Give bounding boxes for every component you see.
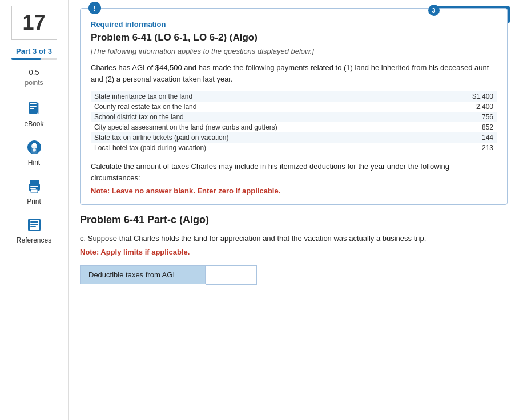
svg-rect-1: [30, 103, 37, 104]
svg-rect-15: [30, 188, 36, 189]
table-row: School district tax on the land756: [91, 112, 497, 122]
problem-subtitle: [The following information applies to th…: [91, 47, 497, 55]
part-c-title: Problem 6-41 Part-c (Algo): [80, 214, 508, 226]
problem-description: Charles has AGI of $44,500 and has made …: [91, 62, 497, 84]
answer-label: Deductible taxes from AGI: [80, 265, 206, 284]
svg-rect-19: [30, 224, 38, 225]
svg-rect-16: [31, 189, 38, 193]
book-icon: [24, 98, 45, 119]
tax-item-label: School district tax on the land: [91, 112, 445, 122]
deductible-taxes-input[interactable]: [206, 265, 257, 285]
tax-item-amount: 756: [445, 112, 497, 122]
part-c-note: Note: Apply limits if applicable.: [80, 248, 508, 256]
tax-item-amount: 2,400: [445, 102, 497, 112]
svg-point-9: [31, 143, 37, 149]
problem-title: Problem 6-41 (LO 6-1, LO 6-2) (Algo): [91, 32, 497, 43]
badge: 3: [428, 5, 440, 16]
print-icon: [24, 176, 45, 196]
tax-item-label: State tax on airline tickets (paid on va…: [91, 132, 445, 143]
tax-item-label: County real estate tax on the land: [91, 102, 445, 112]
tax-item-label: State inheritance tax on the land: [91, 91, 445, 102]
sidebar: 17 Part 3 of 3 0.5 points eBook: [0, 0, 69, 420]
tax-item-amount: $1,400: [445, 91, 497, 102]
tax-item-amount: 213: [445, 143, 497, 153]
svg-rect-14: [30, 186, 38, 187]
calculate-text: Calculate the amount of taxes Charles ma…: [91, 161, 497, 183]
hint-tool[interactable]: Hint: [24, 137, 45, 167]
table-row: City special assessment on the land (new…: [91, 122, 497, 132]
info-icon: !: [88, 2, 101, 14]
table-row: County real estate tax on the land2,400: [91, 102, 497, 112]
tax-item-label: City special assessment on the land (new…: [91, 122, 445, 132]
required-info-label: Required information: [91, 20, 497, 29]
table-row: State inheritance tax on the land$1,400: [91, 91, 497, 102]
answer-row: Deductible taxes from AGI: [80, 265, 508, 285]
references-tool[interactable]: References: [17, 215, 51, 244]
svg-rect-12: [30, 180, 39, 184]
tax-item-label: Local hotel tax (paid during vacation): [91, 143, 445, 153]
table-row: State tax on airline tickets (paid on va…: [91, 132, 497, 143]
hint-label: Hint: [28, 159, 40, 167]
points-label: points: [25, 79, 43, 87]
ebook-label: eBook: [24, 120, 43, 128]
references-label: References: [17, 236, 51, 244]
progress-bar-fill: [11, 58, 42, 60]
svg-rect-21: [29, 219, 30, 231]
svg-rect-2: [30, 106, 37, 107]
svg-rect-10: [33, 149, 36, 151]
tax-item-amount: 144: [445, 132, 497, 143]
part-c-section: Problem 6-41 Part-c (Algo) c. Suppose th…: [80, 214, 508, 285]
progress-bar: [11, 58, 57, 60]
part-c-description: c. Suppose that Charles holds the land f…: [80, 233, 508, 244]
print-tool[interactable]: Print: [24, 176, 45, 205]
svg-rect-18: [30, 221, 38, 223]
tax-item-amount: 852: [445, 122, 497, 132]
ebook-tool[interactable]: eBook: [24, 98, 45, 128]
problem-number: 17: [11, 6, 57, 40]
table-row: Local hotel tax (paid during vacation)21…: [91, 143, 497, 153]
hint-icon: [24, 137, 45, 158]
svg-rect-4: [38, 103, 39, 114]
part-label: Part 3 of 3: [16, 47, 52, 55]
svg-rect-20: [30, 226, 36, 227]
references-icon: [24, 215, 45, 235]
note-text: Note: Leave no answer blank. Enter zero …: [91, 187, 497, 195]
tax-table: State inheritance tax on the land$1,400C…: [91, 91, 497, 153]
points-value: 0.5: [29, 68, 39, 76]
print-label: Print: [27, 197, 41, 205]
main-content: 3 Check my work ! Required information P…: [69, 0, 519, 420]
svg-rect-11: [33, 151, 35, 152]
svg-rect-3: [30, 108, 34, 109]
info-box: ! Required information Problem 6-41 (LO …: [80, 8, 508, 205]
